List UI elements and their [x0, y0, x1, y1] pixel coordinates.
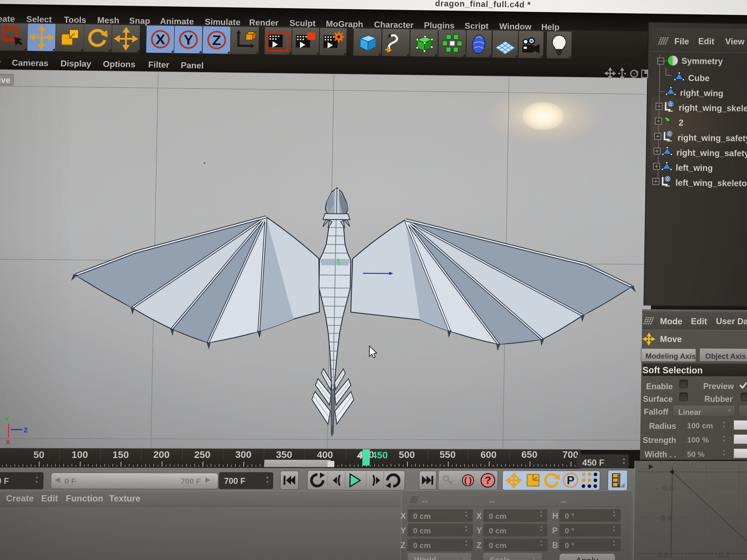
svg-text:0.4: 0.4 — [661, 514, 672, 522]
svg-text:0: 0 — [668, 131, 671, 137]
svg-text:0.2: 0.2 — [719, 551, 729, 559]
svg-text:Z: Z — [24, 426, 28, 434]
svg-text:Y: Y — [5, 415, 9, 423]
svg-text:X: X — [5, 438, 10, 446]
svg-text:0: 0 — [669, 101, 672, 107]
svg-text:Y: Y — [183, 32, 193, 48]
svg-text:0: 0 — [666, 176, 669, 182]
svg-text:?: ? — [485, 474, 491, 486]
svg-text:X: X — [155, 31, 165, 47]
svg-text:0.0: 0.0 — [657, 551, 668, 559]
svg-text:P: P — [567, 474, 574, 486]
svg-text:( ): ( ) — [464, 476, 472, 484]
svg-text:0.8: 0.8 — [663, 484, 674, 492]
svg-text:Z: Z — [212, 32, 221, 48]
